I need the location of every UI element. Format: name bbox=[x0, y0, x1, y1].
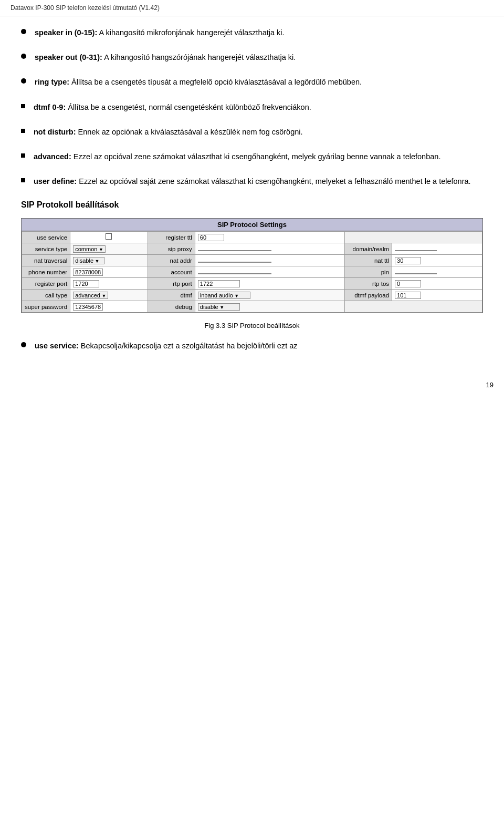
sip-table-title: SIP Protocol Settings bbox=[22, 219, 482, 231]
table-row: nat traversal disable nat addr nat ttl 3… bbox=[22, 255, 482, 266]
input-account[interactable] bbox=[198, 273, 271, 274]
value-dtmf-payload: 101 bbox=[392, 290, 482, 301]
label-register-ttl: register ttl bbox=[148, 232, 195, 243]
value-nat-addr bbox=[195, 255, 344, 266]
select-debug[interactable]: disable bbox=[198, 303, 240, 311]
empty-cell bbox=[345, 301, 482, 313]
bullet-text-user-define: user define: Ezzel az opcióval saját zen… bbox=[34, 176, 483, 188]
value-call-type[interactable]: advanced bbox=[70, 290, 148, 301]
select-nat-traversal[interactable]: disable bbox=[73, 257, 104, 264]
label-nat-ttl: nat ttl bbox=[345, 255, 392, 266]
table-row: use service register ttl 60 bbox=[22, 232, 482, 243]
label-use-service: use service bbox=[22, 232, 70, 243]
input-super-password[interactable]: 12345678 bbox=[73, 303, 103, 311]
value-sip-proxy bbox=[195, 243, 344, 255]
value-debug[interactable]: disable bbox=[195, 301, 344, 313]
table-row: call type advanced dtmf inband audio dtm… bbox=[22, 290, 482, 301]
label-domain-realm: domain/realm bbox=[345, 243, 392, 255]
bullet-not-disturb: not disturb: Ennek az opciónak a kiválas… bbox=[21, 126, 483, 138]
bullet-text-advanced: advanced: Ezzel az opcióval zene számoka… bbox=[34, 151, 483, 163]
select-service-type[interactable]: common bbox=[73, 245, 106, 253]
checkbox-use-service[interactable] bbox=[70, 232, 148, 243]
text-not-disturb: Ennek az opciónak a kiválasztásával a ké… bbox=[76, 128, 303, 136]
label-dtmf-setting: dtmf bbox=[148, 290, 195, 301]
bullet-speaker-out: speaker out (0-31): A kihangosító hangsz… bbox=[21, 51, 483, 64]
value-nat-traversal[interactable]: disable bbox=[70, 255, 148, 266]
label-pin: pin bbox=[345, 266, 392, 278]
bullet-square-icon bbox=[21, 178, 25, 182]
label-nat-addr: nat addr bbox=[148, 255, 195, 266]
table-row: super password 12345678 debug disable bbox=[22, 301, 482, 313]
input-domain-realm[interactable] bbox=[395, 250, 437, 251]
page-content: speaker in (0-15): A kihangosító mikrofo… bbox=[0, 16, 504, 376]
sip-settings-grid: use service register ttl 60 service type… bbox=[22, 231, 482, 313]
input-nat-addr[interactable] bbox=[198, 262, 271, 263]
bullet-text-not-disturb: not disturb: Ennek az opciónak a kiválas… bbox=[34, 126, 483, 138]
bullet-icon bbox=[21, 54, 26, 59]
bullet-text-speaker-in: speaker in (0-15): A kihangosító mikrofo… bbox=[35, 27, 483, 39]
label-not-disturb: not disturb: bbox=[34, 128, 76, 136]
label-advanced: advanced: bbox=[34, 152, 71, 161]
text-speaker-in: A kihangosító mikrofonjának hangerejét v… bbox=[97, 28, 284, 37]
fig-caption: Fig 3.3 SIP Protocol beállítások bbox=[21, 322, 483, 329]
header-title: Datavox IP-300 SIP telefon kezelési útmu… bbox=[10, 4, 160, 12]
value-register-ttl: 60 bbox=[195, 232, 344, 243]
text-dtmf: Állítsa be a csengetést, normál csengeté… bbox=[66, 103, 311, 111]
checkbox-icon[interactable] bbox=[106, 233, 112, 240]
select-dtmf-setting[interactable]: inband audio bbox=[198, 292, 250, 299]
value-super-password: 12345678 bbox=[70, 301, 148, 313]
value-account bbox=[195, 266, 344, 278]
text-speaker-out: A kihangosító hangszórójának hangerejét … bbox=[102, 53, 296, 61]
page-header: Datavox IP-300 SIP telefon kezelési útmu… bbox=[0, 0, 504, 16]
input-rtp-port[interactable]: 1722 bbox=[198, 280, 240, 287]
table-row: phone number 82378008 account pin bbox=[22, 266, 482, 278]
label-user-define: user define: bbox=[34, 177, 77, 185]
label-debug: debug bbox=[148, 301, 195, 313]
input-register-ttl[interactable]: 60 bbox=[198, 234, 224, 241]
value-rtp-tos: 0 bbox=[392, 278, 482, 290]
text-user-define: Ezzel az opcióval saját zene számokat vá… bbox=[77, 177, 470, 185]
bullet-ring-type: ring type: Állítsa be a csengetés típusá… bbox=[21, 76, 483, 88]
sip-section-title: SIP Protokoll beállítások bbox=[21, 200, 483, 210]
input-phone-number[interactable]: 82378008 bbox=[73, 269, 103, 276]
value-nat-ttl: 30 bbox=[392, 255, 482, 266]
bullet-text-use-service: use service: Bekapcsolja/kikapcsolja ezt… bbox=[35, 340, 483, 352]
sip-protocol-settings-table: SIP Protocol Settings use service regist… bbox=[21, 218, 483, 313]
value-domain-realm bbox=[392, 243, 482, 255]
input-sip-proxy[interactable] bbox=[198, 250, 271, 251]
label-use-service-bullet: use service: bbox=[35, 342, 79, 350]
bullet-icon bbox=[21, 342, 26, 347]
bullet-advanced: advanced: Ezzel az opcióval zene számoka… bbox=[21, 151, 483, 163]
label-account: account bbox=[148, 266, 195, 278]
bullet-icon bbox=[21, 78, 26, 84]
input-rtp-tos[interactable]: 0 bbox=[395, 280, 421, 287]
bullet-square-icon bbox=[21, 153, 25, 158]
label-sip-proxy: sip proxy bbox=[148, 243, 195, 255]
text-ring-type: Állítsa be a csengetés típusát a megfele… bbox=[69, 78, 362, 86]
bullet-speaker-in: speaker in (0-15): A kihangosító mikrofo… bbox=[21, 27, 483, 39]
input-pin[interactable] bbox=[395, 273, 437, 274]
bullet-square-icon bbox=[21, 129, 25, 133]
label-speaker-out: speaker out (0-31): bbox=[35, 53, 102, 61]
empty-cell bbox=[345, 232, 482, 243]
label-super-password: super password bbox=[22, 301, 70, 313]
label-call-type: call type bbox=[22, 290, 70, 301]
input-nat-ttl[interactable]: 30 bbox=[395, 257, 421, 264]
text-use-service: Bekapcsolja/kikapcsolja ezt a szolgáltat… bbox=[79, 342, 298, 350]
bullet-use-service: use service: Bekapcsolja/kikapcsolja ezt… bbox=[21, 340, 483, 352]
value-phone-number: 82378008 bbox=[70, 266, 148, 278]
value-service-type[interactable]: common bbox=[70, 243, 148, 255]
label-speaker-in: speaker in (0-15): bbox=[35, 28, 97, 37]
label-register-port: register port bbox=[22, 278, 70, 290]
label-phone-number: phone number bbox=[22, 266, 70, 278]
select-call-type[interactable]: advanced bbox=[73, 292, 108, 299]
input-register-port[interactable]: 1720 bbox=[73, 280, 99, 287]
value-pin bbox=[392, 266, 482, 278]
bullet-square-icon bbox=[21, 104, 25, 108]
value-dtmf-setting[interactable]: inband audio bbox=[195, 290, 344, 301]
page-number: 19 bbox=[0, 376, 504, 394]
bullet-dtmf: dtmf 0-9: Állítsa be a csengetést, normá… bbox=[21, 101, 483, 114]
label-service-type: service type bbox=[22, 243, 70, 255]
input-dtmf-payload[interactable]: 101 bbox=[395, 292, 421, 299]
label-dtmf: dtmf 0-9: bbox=[34, 103, 66, 111]
